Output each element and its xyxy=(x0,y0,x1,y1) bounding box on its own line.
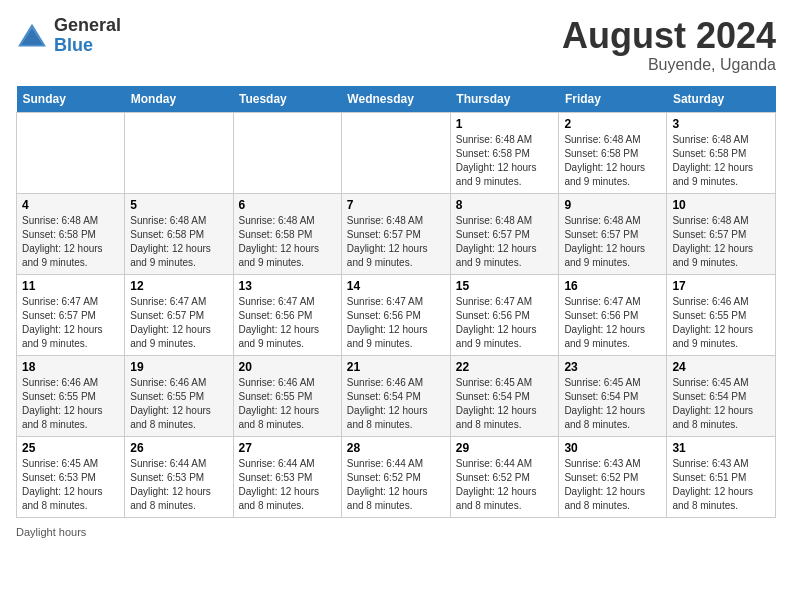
month-year: August 2024 xyxy=(562,16,776,56)
col-wednesday: Wednesday xyxy=(341,86,450,113)
day-info: Sunrise: 6:46 AM Sunset: 6:55 PM Dayligh… xyxy=(672,295,770,351)
day-number: 16 xyxy=(564,279,661,293)
page-header: General Blue August 2024 Buyende, Uganda xyxy=(16,16,776,74)
day-number: 27 xyxy=(239,441,336,455)
col-tuesday: Tuesday xyxy=(233,86,341,113)
table-cell: 15Sunrise: 6:47 AM Sunset: 6:56 PM Dayli… xyxy=(450,274,559,355)
day-info: Sunrise: 6:48 AM Sunset: 6:58 PM Dayligh… xyxy=(564,133,661,189)
day-number: 9 xyxy=(564,198,661,212)
table-cell: 27Sunrise: 6:44 AM Sunset: 6:53 PM Dayli… xyxy=(233,436,341,517)
table-cell: 1Sunrise: 6:48 AM Sunset: 6:58 PM Daylig… xyxy=(450,112,559,193)
day-info: Sunrise: 6:46 AM Sunset: 6:55 PM Dayligh… xyxy=(22,376,119,432)
day-info: Sunrise: 6:48 AM Sunset: 6:58 PM Dayligh… xyxy=(22,214,119,270)
day-number: 3 xyxy=(672,117,770,131)
calendar-header-row: Sunday Monday Tuesday Wednesday Thursday… xyxy=(17,86,776,113)
day-info: Sunrise: 6:48 AM Sunset: 6:58 PM Dayligh… xyxy=(672,133,770,189)
day-number: 4 xyxy=(22,198,119,212)
table-cell: 13Sunrise: 6:47 AM Sunset: 6:56 PM Dayli… xyxy=(233,274,341,355)
day-number: 14 xyxy=(347,279,445,293)
table-cell: 8Sunrise: 6:48 AM Sunset: 6:57 PM Daylig… xyxy=(450,193,559,274)
logo-text: General Blue xyxy=(54,16,121,56)
table-cell: 30Sunrise: 6:43 AM Sunset: 6:52 PM Dayli… xyxy=(559,436,667,517)
day-info: Sunrise: 6:43 AM Sunset: 6:51 PM Dayligh… xyxy=(672,457,770,513)
day-number: 19 xyxy=(130,360,227,374)
table-cell: 31Sunrise: 6:43 AM Sunset: 6:51 PM Dayli… xyxy=(667,436,776,517)
table-cell: 14Sunrise: 6:47 AM Sunset: 6:56 PM Dayli… xyxy=(341,274,450,355)
table-cell: 2Sunrise: 6:48 AM Sunset: 6:58 PM Daylig… xyxy=(559,112,667,193)
day-info: Sunrise: 6:48 AM Sunset: 6:57 PM Dayligh… xyxy=(564,214,661,270)
table-cell: 23Sunrise: 6:45 AM Sunset: 6:54 PM Dayli… xyxy=(559,355,667,436)
day-number: 7 xyxy=(347,198,445,212)
day-number: 18 xyxy=(22,360,119,374)
day-info: Sunrise: 6:46 AM Sunset: 6:54 PM Dayligh… xyxy=(347,376,445,432)
day-info: Sunrise: 6:48 AM Sunset: 6:57 PM Dayligh… xyxy=(347,214,445,270)
calendar-table: Sunday Monday Tuesday Wednesday Thursday… xyxy=(16,86,776,518)
col-thursday: Thursday xyxy=(450,86,559,113)
table-cell xyxy=(17,112,125,193)
day-number: 2 xyxy=(564,117,661,131)
day-info: Sunrise: 6:48 AM Sunset: 6:58 PM Dayligh… xyxy=(239,214,336,270)
table-cell: 17Sunrise: 6:46 AM Sunset: 6:55 PM Dayli… xyxy=(667,274,776,355)
daylight-hours-label: Daylight hours xyxy=(16,526,86,538)
day-info: Sunrise: 6:47 AM Sunset: 6:57 PM Dayligh… xyxy=(130,295,227,351)
table-cell xyxy=(125,112,233,193)
day-number: 21 xyxy=(347,360,445,374)
day-number: 10 xyxy=(672,198,770,212)
day-info: Sunrise: 6:48 AM Sunset: 6:58 PM Dayligh… xyxy=(130,214,227,270)
logo-icon xyxy=(16,22,48,50)
day-number: 30 xyxy=(564,441,661,455)
table-cell: 20Sunrise: 6:46 AM Sunset: 6:55 PM Dayli… xyxy=(233,355,341,436)
table-cell: 16Sunrise: 6:47 AM Sunset: 6:56 PM Dayli… xyxy=(559,274,667,355)
table-cell: 28Sunrise: 6:44 AM Sunset: 6:52 PM Dayli… xyxy=(341,436,450,517)
table-cell: 24Sunrise: 6:45 AM Sunset: 6:54 PM Dayli… xyxy=(667,355,776,436)
day-info: Sunrise: 6:45 AM Sunset: 6:54 PM Dayligh… xyxy=(672,376,770,432)
day-info: Sunrise: 6:44 AM Sunset: 6:52 PM Dayligh… xyxy=(456,457,554,513)
table-cell: 12Sunrise: 6:47 AM Sunset: 6:57 PM Dayli… xyxy=(125,274,233,355)
day-number: 5 xyxy=(130,198,227,212)
col-friday: Friday xyxy=(559,86,667,113)
day-number: 1 xyxy=(456,117,554,131)
day-info: Sunrise: 6:43 AM Sunset: 6:52 PM Dayligh… xyxy=(564,457,661,513)
table-cell: 3Sunrise: 6:48 AM Sunset: 6:58 PM Daylig… xyxy=(667,112,776,193)
col-sunday: Sunday xyxy=(17,86,125,113)
day-info: Sunrise: 6:48 AM Sunset: 6:57 PM Dayligh… xyxy=(456,214,554,270)
day-info: Sunrise: 6:47 AM Sunset: 6:56 PM Dayligh… xyxy=(564,295,661,351)
day-info: Sunrise: 6:47 AM Sunset: 6:56 PM Dayligh… xyxy=(456,295,554,351)
week-row-3: 11Sunrise: 6:47 AM Sunset: 6:57 PM Dayli… xyxy=(17,274,776,355)
day-info: Sunrise: 6:44 AM Sunset: 6:53 PM Dayligh… xyxy=(239,457,336,513)
location: Buyende, Uganda xyxy=(562,56,776,74)
day-number: 12 xyxy=(130,279,227,293)
footer: Daylight hours xyxy=(16,526,776,538)
table-cell: 10Sunrise: 6:48 AM Sunset: 6:57 PM Dayli… xyxy=(667,193,776,274)
table-cell: 18Sunrise: 6:46 AM Sunset: 6:55 PM Dayli… xyxy=(17,355,125,436)
logo: General Blue xyxy=(16,16,121,56)
day-number: 22 xyxy=(456,360,554,374)
day-info: Sunrise: 6:47 AM Sunset: 6:57 PM Dayligh… xyxy=(22,295,119,351)
table-cell xyxy=(233,112,341,193)
table-cell: 26Sunrise: 6:44 AM Sunset: 6:53 PM Dayli… xyxy=(125,436,233,517)
day-info: Sunrise: 6:44 AM Sunset: 6:53 PM Dayligh… xyxy=(130,457,227,513)
day-info: Sunrise: 6:48 AM Sunset: 6:57 PM Dayligh… xyxy=(672,214,770,270)
day-number: 15 xyxy=(456,279,554,293)
col-saturday: Saturday xyxy=(667,86,776,113)
table-cell: 4Sunrise: 6:48 AM Sunset: 6:58 PM Daylig… xyxy=(17,193,125,274)
week-row-1: 1Sunrise: 6:48 AM Sunset: 6:58 PM Daylig… xyxy=(17,112,776,193)
day-number: 17 xyxy=(672,279,770,293)
table-cell: 22Sunrise: 6:45 AM Sunset: 6:54 PM Dayli… xyxy=(450,355,559,436)
logo-general: General xyxy=(54,15,121,35)
day-info: Sunrise: 6:45 AM Sunset: 6:53 PM Dayligh… xyxy=(22,457,119,513)
day-number: 20 xyxy=(239,360,336,374)
table-cell: 7Sunrise: 6:48 AM Sunset: 6:57 PM Daylig… xyxy=(341,193,450,274)
table-cell xyxy=(341,112,450,193)
table-cell: 29Sunrise: 6:44 AM Sunset: 6:52 PM Dayli… xyxy=(450,436,559,517)
table-cell: 6Sunrise: 6:48 AM Sunset: 6:58 PM Daylig… xyxy=(233,193,341,274)
day-info: Sunrise: 6:44 AM Sunset: 6:52 PM Dayligh… xyxy=(347,457,445,513)
day-number: 26 xyxy=(130,441,227,455)
logo-blue: Blue xyxy=(54,35,93,55)
week-row-2: 4Sunrise: 6:48 AM Sunset: 6:58 PM Daylig… xyxy=(17,193,776,274)
week-row-5: 25Sunrise: 6:45 AM Sunset: 6:53 PM Dayli… xyxy=(17,436,776,517)
day-number: 23 xyxy=(564,360,661,374)
table-cell: 19Sunrise: 6:46 AM Sunset: 6:55 PM Dayli… xyxy=(125,355,233,436)
day-info: Sunrise: 6:46 AM Sunset: 6:55 PM Dayligh… xyxy=(130,376,227,432)
day-number: 29 xyxy=(456,441,554,455)
